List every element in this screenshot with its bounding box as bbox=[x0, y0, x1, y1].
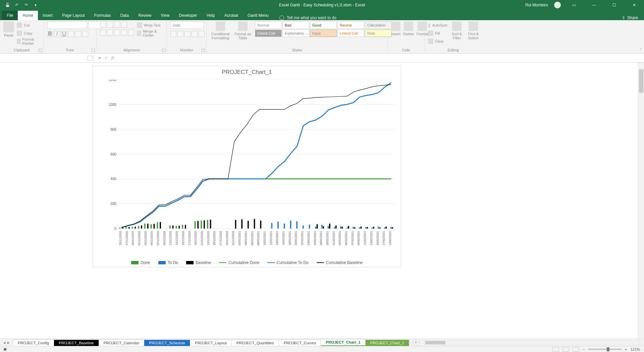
font-color-button[interactable] bbox=[82, 31, 88, 37]
zoom-level[interactable]: 121% bbox=[631, 347, 640, 351]
sheet-tab-quantities[interactable]: PROJECT_Quantities bbox=[231, 340, 279, 346]
orientation-icon[interactable] bbox=[121, 21, 127, 28]
redo-icon[interactable]: ↷ bbox=[23, 2, 29, 8]
fill-button[interactable]: Fill bbox=[428, 30, 447, 37]
align-top-icon[interactable] bbox=[100, 21, 106, 28]
italic-button[interactable]: I bbox=[54, 31, 60, 37]
align-middle-icon[interactable] bbox=[107, 21, 113, 28]
find-select-button[interactable]: Find & Select bbox=[466, 21, 480, 40]
align-center-icon[interactable] bbox=[107, 30, 113, 36]
style-check-cell[interactable]: Check Cell bbox=[255, 30, 282, 37]
zoom-slider-knob[interactable] bbox=[607, 347, 609, 351]
tab-page-layout[interactable]: Page Layout bbox=[57, 11, 89, 20]
close-icon[interactable]: ✕ bbox=[627, 0, 641, 10]
tab-data[interactable]: Data bbox=[116, 11, 133, 20]
formula-input[interactable] bbox=[118, 54, 644, 62]
conditional-formatting-button[interactable]: Conditional Formatting bbox=[210, 21, 231, 40]
font-name-combo[interactable] bbox=[47, 21, 87, 29]
zoom-in-icon[interactable]: + bbox=[625, 347, 627, 351]
chart-object[interactable]: PROJECT_Chart_1 02004006008001000120025/… bbox=[93, 66, 401, 267]
page-break-view-icon[interactable] bbox=[573, 347, 579, 352]
tab-formulas[interactable]: Formulas bbox=[90, 11, 116, 20]
sheet-tab-calendar[interactable]: PROJECT_Calendar bbox=[99, 340, 145, 346]
user-avatar[interactable] bbox=[554, 2, 561, 8]
tab-insert[interactable]: Insert bbox=[38, 11, 57, 20]
decrease-decimal-icon[interactable] bbox=[199, 31, 205, 37]
format-as-table-button[interactable]: Format as Table bbox=[233, 21, 252, 40]
comma-format-icon[interactable] bbox=[184, 31, 191, 37]
new-sheet-button[interactable]: ＋ bbox=[412, 340, 420, 346]
sheet-tab-baseline[interactable]: PROJECT_Baseline bbox=[54, 340, 99, 346]
style-normal[interactable]: Normal bbox=[255, 21, 282, 29]
maximize-icon[interactable]: ☐ bbox=[607, 0, 621, 10]
decrease-indent-icon[interactable] bbox=[121, 30, 127, 36]
fill-color-button[interactable] bbox=[75, 31, 81, 37]
horizontal-scroll-thumb[interactable] bbox=[425, 341, 445, 344]
accounting-format-icon[interactable] bbox=[170, 31, 176, 37]
sheet-tab-chart-2[interactable]: PROJECT_Chart_2 bbox=[365, 340, 409, 346]
name-box[interactable] bbox=[0, 54, 94, 62]
format-painter-button[interactable]: Format Painter bbox=[17, 38, 40, 45]
tab-file[interactable]: File bbox=[2, 11, 18, 20]
tab-gantt-menu[interactable]: Gantt Menu bbox=[243, 11, 273, 20]
sheet-tab-curves[interactable]: PROJECT_Curves bbox=[279, 340, 321, 346]
tab-review[interactable]: Review bbox=[133, 11, 156, 20]
tab-home[interactable]: Home bbox=[18, 11, 38, 20]
clipboard-dialog-launcher[interactable] bbox=[39, 49, 42, 52]
sheet-tab-schedule[interactable]: PROJECT_Schedule bbox=[144, 340, 190, 346]
style-neutral[interactable]: Neutral bbox=[337, 21, 364, 29]
vertical-scrollbar[interactable] bbox=[638, 62, 644, 342]
horizontal-scrollbar[interactable] bbox=[424, 340, 641, 345]
style-explanatory[interactable]: Explanatory ... bbox=[282, 30, 309, 37]
vertical-scroll-thumb[interactable] bbox=[639, 69, 643, 93]
underline-button[interactable]: U bbox=[61, 31, 67, 37]
undo-icon[interactable]: ↶ bbox=[14, 2, 19, 8]
style-input[interactable]: Input bbox=[310, 30, 337, 37]
bold-button[interactable]: B bbox=[47, 31, 53, 37]
tell-me-search[interactable]: Tell me what you want to do bbox=[279, 15, 336, 20]
sheet-nav-next-icon[interactable]: ▸ bbox=[7, 340, 9, 345]
cut-button[interactable]: Cut bbox=[17, 21, 40, 29]
macro-record-icon[interactable]: ▣ bbox=[0, 347, 7, 351]
enter-formula-icon[interactable]: ✓ bbox=[105, 56, 108, 60]
collapse-ribbon-icon[interactable]: ˄ bbox=[640, 48, 642, 52]
align-bottom-icon[interactable] bbox=[114, 21, 120, 28]
worksheet-area[interactable]: PROJECT_Chart_1 02004006008001000120025/… bbox=[0, 62, 644, 342]
increase-decimal-icon[interactable] bbox=[192, 31, 198, 37]
save-icon[interactable]: 💾 bbox=[5, 2, 10, 8]
borders-button[interactable] bbox=[68, 31, 74, 37]
sheet-tab-chart-1[interactable]: PROJECT_Chart_1 bbox=[321, 339, 366, 346]
page-layout-view-icon[interactable] bbox=[562, 347, 569, 352]
align-right-icon[interactable] bbox=[114, 30, 120, 36]
tab-help[interactable]: Help bbox=[202, 11, 220, 20]
tab-view[interactable]: View bbox=[156, 11, 174, 20]
sheet-tab-layout[interactable]: PROJECT_Layout bbox=[190, 340, 232, 346]
tab-acrobat[interactable]: Acrobat bbox=[220, 11, 243, 20]
normal-view-icon[interactable] bbox=[552, 347, 559, 352]
style-good[interactable]: Good bbox=[310, 21, 337, 29]
cancel-formula-icon[interactable]: ✕ bbox=[98, 56, 101, 60]
qat-customize-icon[interactable]: ▾ bbox=[33, 2, 38, 8]
zoom-out-icon[interactable]: − bbox=[583, 347, 585, 351]
share-button[interactable]: ⇪ Share bbox=[622, 15, 638, 20]
sheet-nav-prev-icon[interactable]: ◂ bbox=[3, 340, 5, 345]
align-left-icon[interactable] bbox=[100, 30, 106, 36]
copy-button[interactable]: Copy bbox=[17, 30, 40, 37]
autosum-button[interactable]: ∑AutoSum bbox=[428, 21, 447, 29]
insert-cells-button[interactable]: Insert bbox=[391, 21, 400, 36]
merge-center-button[interactable]: Merge & Center bbox=[137, 30, 163, 37]
number-format-combo[interactable]: Date bbox=[170, 21, 204, 29]
font-dialog-launcher[interactable] bbox=[92, 49, 95, 52]
fx-icon[interactable]: fx bbox=[111, 55, 114, 60]
style-linked-cell[interactable]: Linked Cell bbox=[337, 30, 364, 37]
style-bad[interactable]: Bad bbox=[282, 21, 309, 29]
sort-filter-button[interactable]: Sort & Filter bbox=[450, 21, 464, 40]
delete-cells-button[interactable]: Delete bbox=[403, 21, 414, 36]
name-box-dropdown-icon[interactable] bbox=[88, 56, 92, 60]
tab-developer[interactable]: Developer bbox=[174, 11, 202, 20]
paste-button[interactable]: Paste bbox=[3, 21, 14, 37]
clear-button[interactable]: Clear bbox=[428, 38, 447, 45]
increase-indent-icon[interactable] bbox=[128, 30, 134, 36]
percent-format-icon[interactable] bbox=[177, 31, 183, 37]
alignment-dialog-launcher[interactable] bbox=[162, 49, 165, 52]
